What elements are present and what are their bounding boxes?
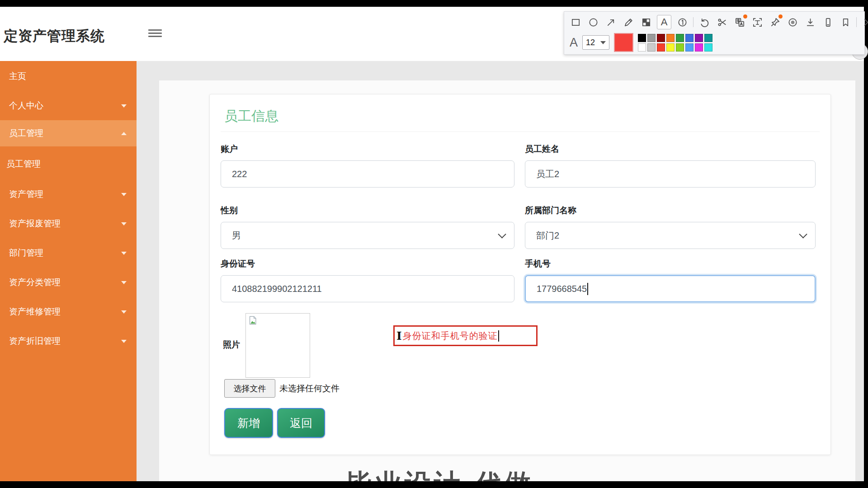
color-swatch[interactable] xyxy=(647,43,656,52)
color-swatch[interactable] xyxy=(685,43,693,52)
translate-icon[interactable] xyxy=(733,15,746,29)
color-swatch[interactable] xyxy=(657,34,665,42)
screen: 定资产管理系统 主页 个人中心 员工管理 员工管理 资产管理 资产报废管理 部门… xyxy=(0,0,868,488)
name-label: 员工姓名 xyxy=(525,143,559,155)
sidebar-subitem-employee-management[interactable]: 员工管理 xyxy=(0,151,137,177)
sidebar-item-home[interactable]: 主页 xyxy=(0,64,137,89)
chevron-down-icon xyxy=(121,252,127,255)
color-swatch[interactable] xyxy=(685,34,693,42)
current-color-swatch[interactable] xyxy=(614,33,633,52)
undo-icon[interactable] xyxy=(698,15,711,29)
mosaic-tool-icon[interactable] xyxy=(639,15,653,29)
sidebar: 主页 个人中心 员工管理 员工管理 资产管理 资产报废管理 部门管理 资产分类管… xyxy=(0,61,137,481)
sidebar-item-label: 资产分类管理 xyxy=(9,277,61,288)
id-card-input[interactable]: 410882199902121211 xyxy=(221,275,514,302)
sidebar-item-label: 资产报废管理 xyxy=(9,218,61,230)
pin-icon[interactable] xyxy=(768,15,782,29)
department-label: 所属部门名称 xyxy=(525,205,576,216)
pencil-tool-icon[interactable] xyxy=(622,15,635,29)
ellipse-tool-icon[interactable] xyxy=(586,15,600,29)
font-size-select[interactable]: 12 xyxy=(582,35,609,50)
color-swatch[interactable] xyxy=(647,34,656,42)
id-card-label: 身份证号 xyxy=(221,258,255,270)
color-swatch[interactable] xyxy=(638,43,646,52)
chevron-down-icon xyxy=(121,340,127,343)
color-swatch[interactable] xyxy=(638,34,646,42)
sidebar-item-department-management[interactable]: 部门管理 xyxy=(0,240,137,266)
gender-label: 性别 xyxy=(221,205,238,216)
sidebar-item-employee-management[interactable]: 员工管理 xyxy=(0,120,137,146)
account-input[interactable]: 222 xyxy=(221,160,514,188)
name-input[interactable]: 员工2 xyxy=(525,160,816,188)
letterbox-top xyxy=(0,0,868,7)
chevron-down-icon xyxy=(799,230,807,238)
gender-select[interactable]: 男 xyxy=(221,222,514,249)
notification-dot xyxy=(743,14,747,19)
color-swatch[interactable] xyxy=(676,43,684,52)
photo-preview xyxy=(245,313,310,378)
arrow-tool-icon[interactable] xyxy=(604,15,618,29)
sidebar-item-asset-depreciation-management[interactable]: 资产折旧管理 xyxy=(0,328,137,354)
sidebar-item-asset-management[interactable]: 资产管理 xyxy=(0,182,137,207)
close-icon[interactable] xyxy=(861,15,868,29)
phone-input[interactable]: 1779668545 xyxy=(525,275,816,302)
broken-image-icon xyxy=(248,315,258,325)
chevron-down-icon xyxy=(600,41,606,44)
back-button[interactable]: 返回 xyxy=(277,408,325,438)
department-select[interactable]: 部门2 xyxy=(525,222,816,249)
form-title: 员工信息 xyxy=(224,107,278,126)
account-value: 222 xyxy=(232,169,247,179)
color-swatch[interactable] xyxy=(704,43,712,52)
letterbox-bottom xyxy=(0,481,868,488)
photo-label: 照片 xyxy=(223,339,240,351)
ocr-icon[interactable] xyxy=(750,15,764,29)
bookmark-icon[interactable] xyxy=(839,15,852,29)
record-icon[interactable] xyxy=(786,15,799,29)
sidebar-item-label: 个人中心 xyxy=(9,100,43,112)
sidebar-item-label: 资产维修管理 xyxy=(9,306,61,318)
rectangle-tool-icon[interactable] xyxy=(569,15,582,29)
sidebar-item-label: 员工管理 xyxy=(9,127,43,139)
sidebar-item-label: 员工管理 xyxy=(6,158,41,170)
chevron-down-icon xyxy=(121,310,127,314)
annotation-note-box: I 身份证和手机号的验证 xyxy=(393,325,538,346)
download-icon[interactable] xyxy=(803,15,817,29)
color-swatch[interactable] xyxy=(666,43,675,52)
chevron-down-icon xyxy=(121,281,127,284)
step-number-tool-icon[interactable] xyxy=(675,15,689,29)
color-swatch[interactable] xyxy=(695,34,703,42)
add-button[interactable]: 新增 xyxy=(224,408,273,438)
chevron-down-icon xyxy=(121,222,127,225)
phone-icon[interactable] xyxy=(821,15,835,29)
text-tool-icon[interactable]: A xyxy=(657,15,671,29)
color-swatch[interactable] xyxy=(695,43,703,52)
divider xyxy=(221,131,820,132)
color-swatch[interactable] xyxy=(657,43,665,52)
sidebar-item-label: 主页 xyxy=(9,70,26,82)
account-label: 账户 xyxy=(221,143,238,155)
color-swatch[interactable] xyxy=(676,34,684,42)
letterbox-right xyxy=(864,0,868,488)
cut-icon[interactable] xyxy=(715,15,729,29)
sidebar-item-personal-center[interactable]: 个人中心 xyxy=(0,93,137,118)
gender-value: 男 xyxy=(232,230,241,242)
chevron-down-icon xyxy=(121,104,127,108)
choose-file-button[interactable]: 选择文件 xyxy=(224,379,275,398)
file-status-text: 未选择任何文件 xyxy=(279,379,340,398)
phone-label: 手机号 xyxy=(525,258,551,270)
sidebar-item-asset-scrap-management[interactable]: 资产报废管理 xyxy=(0,211,137,236)
hamburger-menu-icon[interactable] xyxy=(148,29,162,39)
app-title: 定资产管理系统 xyxy=(4,27,105,46)
sidebar-item-asset-repair-management[interactable]: 资产维修管理 xyxy=(0,299,137,324)
color-swatch[interactable] xyxy=(666,34,675,42)
sidebar-item-label: 部门管理 xyxy=(9,247,43,259)
text-caret xyxy=(498,330,499,342)
color-swatch[interactable] xyxy=(704,34,712,42)
text-caret xyxy=(587,283,588,295)
font-size-value: 12 xyxy=(586,38,595,47)
screenshot-toolbar: A xyxy=(564,11,865,55)
annotation-note-text: 身份证和手机号的验证 xyxy=(403,330,498,342)
chevron-up-icon xyxy=(121,132,127,135)
sidebar-item-asset-category-management[interactable]: 资产分类管理 xyxy=(0,270,137,295)
phone-value: 1779668545 xyxy=(537,284,587,294)
